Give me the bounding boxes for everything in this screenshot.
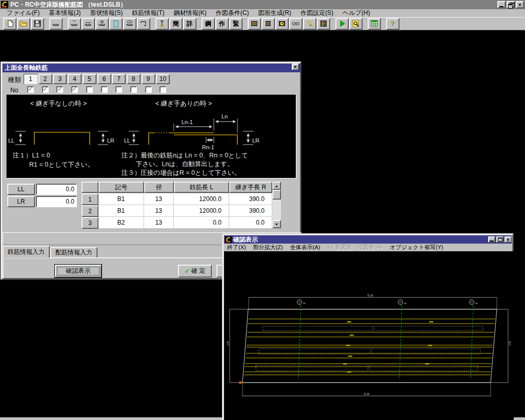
simple-view-button[interactable]: 簡 (169, 18, 183, 30)
preview-zoom-button[interactable] (349, 18, 362, 30)
dialog-close-button[interactable]: × (292, 64, 299, 70)
section-line (399, 306, 402, 379)
section-lines-icon (250, 19, 258, 28)
menu-item-8[interactable]: ヘルプ(H) (338, 9, 375, 17)
simple-view-icon: 簡 (173, 21, 179, 27)
gauge-button[interactable] (275, 18, 289, 30)
anchor-pin-icon (158, 19, 166, 28)
save-button[interactable] (31, 18, 44, 30)
tighten-kanji-button[interactable]: 緊 (229, 18, 243, 30)
table-cell-r1c3[interactable]: 12000.0 (174, 193, 229, 205)
rebar-plain-button[interactable] (49, 18, 63, 30)
section-lines-button[interactable] (248, 18, 261, 30)
ll-input[interactable]: 0.0 (36, 184, 77, 195)
no-checkbox-6[interactable] (101, 86, 108, 93)
scroll-up-button[interactable]: ▲ (272, 182, 281, 190)
menu-item-6[interactable]: 図面生成(R) (253, 9, 296, 17)
list-table-button[interactable] (317, 18, 330, 30)
section-arrows-button[interactable] (261, 18, 275, 30)
run-button[interactable] (335, 18, 349, 30)
type-button-8[interactable]: 8 (127, 74, 140, 84)
row-header-3: 3 (82, 217, 98, 229)
rebar-mark-label (343, 364, 347, 365)
table-cell-r3c2[interactable]: 13 (144, 217, 174, 229)
table-cell-r3c3[interactable]: 0.0 (174, 217, 229, 229)
note2-line1: 注２）最後の鉄筋nは Ln = 0、Rn = 0として (121, 152, 248, 159)
table-cell-r1c4[interactable]: 390.0 (229, 193, 272, 205)
viewer-menu-item-1[interactable]: 部分拡大(Z) (253, 244, 283, 251)
ll-label-left: LL (8, 137, 14, 144)
no-checkbox-7[interactable] (115, 86, 122, 93)
help-button[interactable]: ? (386, 18, 399, 30)
no-checkbox-3[interactable]: ✓ (56, 86, 63, 93)
no-checkbox-9[interactable] (145, 86, 152, 93)
minimize-button[interactable] (497, 1, 506, 8)
route-arrows-button[interactable] (303, 18, 316, 30)
anchor-pin-button[interactable] (155, 18, 169, 30)
type-button-9[interactable]: 9 (142, 74, 155, 84)
no-checkbox-8[interactable] (130, 86, 137, 93)
toolbar-separator (151, 18, 155, 30)
table-cell-r2c1[interactable]: B1 (98, 205, 144, 217)
rebar-hat-button[interactable] (68, 18, 81, 30)
viewer-menu-item-5[interactable]: オブジェクト複写(Y) (390, 244, 443, 251)
section-marker-sub: 30 (475, 302, 478, 305)
tab-arrangement-info[interactable]: 配筋情報入力 (50, 247, 97, 258)
rebar-face-button[interactable] (95, 18, 109, 30)
no-checkbox-2[interactable]: ✓ (42, 86, 49, 93)
link-button[interactable] (289, 18, 302, 30)
type-button-1[interactable]: 1 (24, 74, 37, 84)
table-scrollbar[interactable]: ▲ ▼ (272, 182, 281, 228)
rebar-sofa-button[interactable] (123, 18, 136, 30)
table-cell-r2c2[interactable]: 13 (144, 205, 174, 217)
table-cell-r1c1[interactable]: B1 (98, 193, 144, 205)
new-file-button[interactable] (3, 18, 16, 30)
rebar-double-button[interactable] (82, 18, 95, 30)
table-cell-r3c1[interactable]: B2 (98, 217, 144, 229)
type-button-7[interactable]: 7 (112, 74, 126, 84)
menu-item-5[interactable]: 作図条件(C) (211, 9, 254, 17)
viewer-close-button[interactable]: × (504, 236, 512, 243)
steel-kanji-button[interactable]: 鋼 (201, 18, 215, 30)
menu-item-4[interactable]: 鋼材情報(K) (169, 9, 211, 17)
table-cell-r2c3[interactable]: 12000.0 (174, 205, 229, 217)
menu-item-7[interactable]: 作図設定(S) (296, 9, 338, 17)
viewer-maximize-button[interactable] (496, 236, 503, 243)
table-cell-r2c4[interactable]: 390.0 (229, 205, 272, 217)
table-cell-r3c4[interactable]: 0.0 (229, 217, 272, 229)
ok-button[interactable]: ✓ 確 定 (178, 265, 212, 277)
type-button-6[interactable]: 6 (97, 74, 111, 84)
lr-input[interactable]: 0.0 (36, 196, 77, 207)
scroll-down-button[interactable]: ▼ (272, 220, 281, 228)
type-button-5[interactable]: 5 (83, 74, 96, 84)
table-cell-r1c2[interactable]: 13 (144, 193, 174, 205)
detail-view-button[interactable]: 詳 (183, 18, 196, 30)
open-folder-button[interactable] (17, 18, 30, 30)
type-button-3[interactable]: 3 (53, 74, 67, 84)
row-header-1: 1 (82, 193, 98, 205)
tab-rebar-info[interactable]: 鉄筋情報入力 (3, 246, 50, 258)
rebar-hook-button[interactable] (137, 18, 150, 30)
scroll-thumb[interactable] (272, 190, 281, 199)
menu-item-1[interactable]: 基本情報(J) (44, 9, 85, 17)
restore-button[interactable] (507, 1, 515, 8)
no-checkbox-10[interactable] (159, 86, 166, 93)
type-button-10[interactable]: 10 (156, 74, 170, 84)
menu-item-2[interactable]: 形状情報(S) (85, 9, 127, 17)
spreadsheet-button[interactable] (368, 18, 381, 30)
close-button[interactable]: × (516, 1, 524, 8)
viewer-menu-item-2[interactable]: 全体表示(A) (290, 244, 320, 251)
confirm-display-button[interactable]: 確認表示 (54, 264, 102, 278)
type-button-4[interactable]: 4 (68, 74, 82, 84)
no-checkbox-5[interactable] (86, 86, 93, 93)
viewer-minimize-button[interactable] (488, 236, 495, 243)
no-checkbox-4[interactable]: ✓ (71, 86, 78, 93)
menu-item-0[interactable]: ファイル(F) (2, 9, 44, 17)
viewer-menu-item-0[interactable]: 終了(X) (227, 244, 246, 251)
menu-item-3[interactable]: 鉄筋情報(T) (127, 9, 169, 17)
slab-panel-button[interactable] (109, 18, 123, 30)
no-checkbox-1[interactable]: ✓ (27, 86, 34, 93)
client-area: 上面全長軸鉄筋 × 種類 12345678910 No ✓✓✓✓ < 継ぎ手なし… (0, 30, 525, 417)
type-button-2[interactable]: 2 (38, 74, 52, 84)
draw-kanji-button[interactable]: 作 (215, 18, 229, 30)
